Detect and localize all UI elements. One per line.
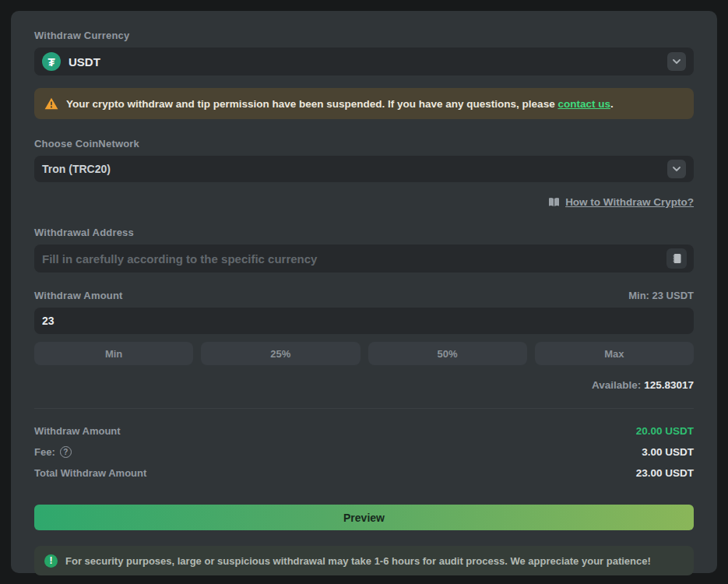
available-balance: Available:125.83017: [34, 379, 694, 391]
currency-selected-value: USDT: [69, 55, 667, 69]
question-circle-icon[interactable]: ?: [60, 446, 72, 458]
currency-select[interactable]: ₮ USDT: [34, 47, 694, 76]
address-input-wrap: [34, 245, 694, 273]
security-info-text: For security purposes, large or suspicio…: [65, 555, 651, 567]
withdrawal-address-label: Withdrawal Address: [34, 227, 694, 238]
suspension-warning-banner: Your crypto withdraw and tip permission …: [34, 88, 694, 119]
withdraw-currency-label: Withdraw Currency: [34, 30, 694, 41]
chevron-down-icon[interactable]: [667, 160, 686, 178]
warning-text: Your crypto withdraw and tip permission …: [66, 98, 614, 110]
quick-amount-buttons: Min 25% 50% Max: [34, 342, 694, 365]
withdraw-summary: Withdraw Amount 20.00 USDT Fee: ? 3.00 U…: [34, 424, 694, 479]
contact-us-link[interactable]: contact us: [557, 98, 610, 110]
help-row: How to Withdraw Crypto?: [34, 196, 694, 208]
network-select[interactable]: Tron (TRC20): [34, 156, 694, 182]
info-exclamation-icon: !: [44, 554, 58, 568]
fee-label: Fee: ?: [34, 446, 72, 458]
withdraw-amount-label: Withdraw Amount: [34, 290, 123, 301]
summary-row-amount: Withdraw Amount 20.00 USDT: [34, 424, 694, 437]
withdrawal-address-input[interactable]: [34, 245, 694, 273]
summary-row-fee: Fee: ? 3.00 USDT: [34, 445, 694, 458]
min-button[interactable]: Min: [34, 342, 193, 365]
warning-triangle-icon: [44, 97, 58, 110]
divider: [34, 408, 694, 409]
available-balance-value: 125.83017: [644, 379, 694, 391]
book-icon: [548, 197, 560, 207]
amount-header: Withdraw Amount Min: 23 USDT: [34, 290, 694, 301]
network-selected-value: Tron (TRC20): [42, 163, 667, 175]
how-to-withdraw-link[interactable]: How to Withdraw Crypto?: [565, 196, 694, 208]
50-percent-button[interactable]: 50%: [368, 342, 527, 365]
25-percent-button[interactable]: 25%: [201, 342, 360, 365]
tether-icon: ₮: [42, 52, 61, 71]
summary-fee-value: 3.00 USDT: [642, 446, 694, 458]
withdraw-form-card: Withdraw Currency ₮ USDT Your crypto wit…: [11, 11, 717, 573]
max-button[interactable]: Max: [535, 342, 694, 365]
preview-button[interactable]: Preview: [34, 505, 694, 530]
summary-row-total: Total Withdraw Amount 23.00 USDT: [34, 466, 694, 479]
chevron-down-icon[interactable]: [667, 52, 686, 71]
security-info-banner: ! For security purposes, large or suspic…: [34, 546, 694, 575]
summary-amount-value: 20.00 USDT: [636, 425, 694, 437]
min-amount-note: Min: 23 USDT: [628, 290, 694, 301]
summary-total-value: 23.00 USDT: [636, 467, 694, 479]
address-book-icon[interactable]: [666, 248, 687, 269]
coin-network-label: Choose CoinNetwork: [34, 138, 694, 150]
withdraw-amount-input[interactable]: [34, 308, 694, 334]
